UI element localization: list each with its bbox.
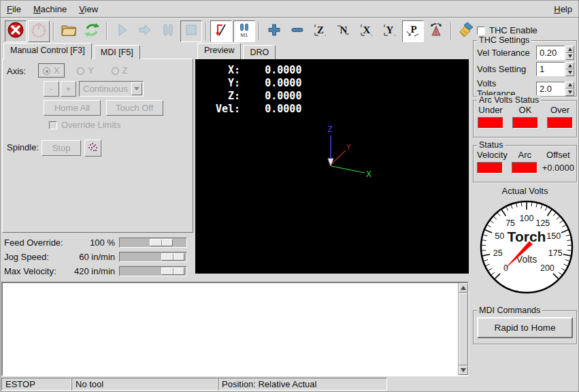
linuxcnc-thc-window: File Machine View Help <box>0 0 579 392</box>
radio-indicator <box>43 67 50 75</box>
step-button[interactable] <box>134 20 156 42</box>
view-y-button[interactable]: Y <box>379 20 401 42</box>
ok-led-cell: OK <box>512 105 538 129</box>
stop-button[interactable] <box>180 20 202 42</box>
run-icon <box>114 22 130 40</box>
scroll-down-button[interactable] <box>459 365 468 375</box>
skip-lines-toggle[interactable] <box>210 20 232 42</box>
arc-volts-status-group: Arc Volts Status Under OK Over <box>473 100 577 137</box>
arrow-down-icon <box>461 368 466 372</box>
svg-text:0: 0 <box>503 263 508 273</box>
rapid-to-home-button[interactable]: Rapid to Home <box>477 317 573 338</box>
axis-radio-y[interactable]: Y <box>72 63 99 78</box>
spin-down-button[interactable] <box>565 53 574 61</box>
volts-tolerance-spinbox[interactable]: 2.0 <box>536 82 574 96</box>
view-z-rotated-button[interactable]: N <box>333 20 354 42</box>
view-perspective-button[interactable]: P <box>402 20 424 42</box>
slider-thumb[interactable] <box>161 253 184 261</box>
svg-text:200: 200 <box>540 263 555 273</box>
home-all-button[interactable]: Home All <box>44 100 101 116</box>
spin-up-button[interactable] <box>565 82 574 89</box>
slider-thumb[interactable] <box>161 267 184 275</box>
svg-text:M1: M1 <box>240 32 248 38</box>
view-z-rotated-icon: N <box>335 22 352 40</box>
scroll-up-button[interactable] <box>459 283 468 293</box>
brake-icon <box>87 142 99 155</box>
thc-settings-group: THC Settings Vel Tolerance 0.20 Volts Se… <box>473 40 577 97</box>
jog-speed-label: Jog Speed: <box>2 252 70 262</box>
svg-text:75: 75 <box>506 218 515 228</box>
arrow-down-icon <box>568 54 572 58</box>
gcode-text-area[interactable] <box>1 282 469 376</box>
thc-enable-checkbox[interactable]: THC Enable <box>477 25 537 35</box>
spindle-brake-button[interactable] <box>84 140 101 157</box>
gcode-scrollbar[interactable] <box>458 283 467 375</box>
tab-dro[interactable]: DRO <box>243 45 276 59</box>
menu-view[interactable]: View <box>73 2 104 16</box>
estop-button[interactable] <box>5 20 27 42</box>
menu-machine[interactable]: Machine <box>27 2 73 16</box>
run-button[interactable] <box>111 20 133 42</box>
vel-tolerance-label: Vel Tolerance <box>477 48 530 58</box>
rotate-view-button[interactable] <box>425 20 447 42</box>
menubar: File Machine View Help <box>1 1 578 18</box>
preview-canvas[interactable]: X: 0.0000 Y: 0.0000 Z: 0.0000 Vel: 0.000… <box>195 59 469 274</box>
reload-button[interactable] <box>81 20 103 42</box>
scrollbar-thumb[interactable] <box>459 293 468 365</box>
volts-setting-value[interactable]: 1 <box>536 62 565 76</box>
view-z-button[interactable]: Z <box>310 20 331 42</box>
machine-power-button[interactable] <box>28 20 50 42</box>
feed-override-slider[interactable] <box>119 238 187 248</box>
under-led <box>478 117 503 129</box>
max-velocity-slider[interactable] <box>119 266 187 276</box>
axis-radio-z[interactable]: Z <box>107 63 133 78</box>
tab-mdi[interactable]: MDI [F5] <box>94 45 140 59</box>
volts-setting-spinbox[interactable]: 1 <box>536 62 574 76</box>
view-x-button[interactable]: X <box>356 20 378 42</box>
optional-pause-toggle[interactable]: M1 <box>233 20 255 42</box>
over-label: Over <box>547 105 573 115</box>
override-limits-checkbox[interactable]: Override Limits <box>49 120 120 130</box>
slider-thumb[interactable] <box>150 239 173 246</box>
velocity-label: Velocity <box>477 150 508 160</box>
spindle-stop-button[interactable]: Stop <box>42 140 81 156</box>
zoom-out-button[interactable] <box>286 20 308 42</box>
jog-speed-slider[interactable] <box>119 252 187 262</box>
arrow-up-icon <box>461 286 466 290</box>
svg-text:Y: Y <box>346 143 351 152</box>
tab-manual-control[interactable]: Manual Control [F3] <box>3 43 92 59</box>
open-file-button[interactable] <box>58 20 80 42</box>
axis-radio-x[interactable]: X <box>38 63 65 78</box>
vel-tolerance-spinbox[interactable]: 0.20 <box>536 46 574 60</box>
svg-text:X: X <box>363 24 371 35</box>
tab-preview[interactable]: Preview <box>197 43 241 59</box>
pause-icon <box>160 22 176 40</box>
jog-minus-button[interactable]: - <box>44 81 59 97</box>
volts-tolerance-value[interactable]: 2.0 <box>536 82 565 96</box>
spin-down-button[interactable] <box>565 69 574 77</box>
jog-plus-button[interactable]: + <box>61 81 76 97</box>
spin-up-button[interactable] <box>565 62 574 69</box>
arrow-down-icon <box>568 71 572 74</box>
clear-plot-button[interactable] <box>455 20 477 42</box>
svg-text:50: 50 <box>495 231 504 241</box>
combobox-arrow-button[interactable] <box>131 82 142 95</box>
feed-override-label: Feed Override: <box>2 238 70 248</box>
zoom-in-button[interactable] <box>263 20 285 42</box>
arc-label: Arc <box>512 150 537 160</box>
pause-button[interactable] <box>157 20 179 42</box>
status-title: Status <box>477 140 505 150</box>
toolbar-separator <box>106 22 107 40</box>
touch-off-button[interactable]: Touch Off <box>106 100 163 116</box>
jog-mode-combobox[interactable]: Continuous <box>79 81 144 97</box>
menu-help[interactable]: Help <box>548 2 578 16</box>
vel-tolerance-value[interactable]: 0.20 <box>536 46 565 60</box>
reload-icon <box>83 21 101 41</box>
arrow-up-icon <box>568 83 572 86</box>
spin-up-button[interactable] <box>565 46 574 53</box>
menu-file[interactable]: File <box>1 2 27 16</box>
spin-down-button[interactable] <box>565 88 574 96</box>
svg-text:N: N <box>340 24 348 35</box>
torch-volts-gauge: 0255075100125150175200 Torch Volts <box>478 199 575 295</box>
view-z-icon: Z <box>312 22 329 40</box>
